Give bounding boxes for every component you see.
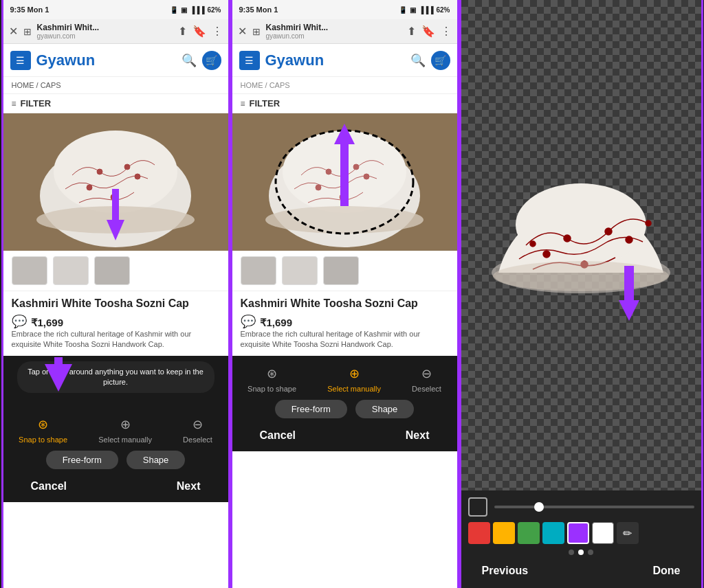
cancel-btn-1[interactable]: Cancel xyxy=(31,480,67,493)
status-icons-2: 📱 ▣ ▐▐▐ 62% xyxy=(399,6,450,14)
right-bottom-controls: ✏ Previous Done xyxy=(461,490,701,588)
previous-btn[interactable]: Previous xyxy=(482,565,529,577)
result-cap-svg xyxy=(478,163,684,328)
thumb-1[interactable] xyxy=(12,256,47,285)
dot-1 xyxy=(569,550,574,555)
svg-point-32 xyxy=(530,241,536,247)
deselect-tool-1[interactable]: ⊖ Deselect xyxy=(183,415,212,444)
battery-icon-2: 62% xyxy=(436,6,450,14)
more-icon-2[interactable]: ⋮ xyxy=(441,25,452,38)
opacity-slider[interactable] xyxy=(494,506,694,508)
browser-bar-2: ✕ ⊞ Kashmiri Whit... gyawun.com ⬆ 🔖 ⋮ xyxy=(232,19,457,44)
whatsapp-icon-2: 💬 xyxy=(241,314,256,329)
select-manually-tool-2[interactable]: ⊕ Select manually xyxy=(327,364,381,393)
svg-point-33 xyxy=(646,220,651,226)
close-tab-icon-2[interactable]: ✕ xyxy=(238,25,247,38)
color-yellow[interactable] xyxy=(493,522,515,544)
shape-btn-2[interactable]: Shape xyxy=(355,400,415,418)
thumb-5[interactable] xyxy=(282,256,318,285)
done-btn[interactable]: Done xyxy=(653,565,681,577)
next-btn-1[interactable]: Next xyxy=(177,480,201,493)
share-icon[interactable]: ⬆ xyxy=(178,25,187,38)
snap-to-shape-tool-2[interactable]: ⊛ Snap to shape xyxy=(248,364,296,393)
svg-point-6 xyxy=(135,174,140,179)
select-label-1: Select manually xyxy=(98,436,152,444)
action-row-1: Cancel Next xyxy=(3,473,228,499)
slider-thumb[interactable] xyxy=(534,502,544,512)
svg-rect-24 xyxy=(340,144,349,206)
product-desc-1: Embrace the rich cultural heritage of Ka… xyxy=(12,329,220,350)
product-info-2: Kashmiri White Toosha Sozni Cap 💬 ₹1,699… xyxy=(232,291,457,356)
right-panel: ✏ Previous Done xyxy=(459,0,703,588)
thumb-3[interactable] xyxy=(94,256,130,285)
cart-button-1[interactable]: 🛒 xyxy=(202,51,221,70)
svg-rect-36 xyxy=(624,266,634,304)
notif-icon-2: 📱 xyxy=(399,6,407,14)
snap-label-1: Snap to shape xyxy=(19,436,67,444)
time-1: 9:35 Mon 1 xyxy=(10,5,50,14)
product-info-1: Kashmiri White Toosha Sozni Cap 💬 ₹1,699… xyxy=(3,291,228,356)
deselect-icon-2: ⊖ xyxy=(417,364,436,383)
breadcrumb-2: HOME / CAPS xyxy=(232,77,457,94)
thumb-6[interactable] xyxy=(323,256,359,285)
browser-bar-1: ✕ ⊞ Kashmiri Whit... gyawun.com ⬆ 🔖 ⋮ xyxy=(3,19,228,44)
close-tab-icon[interactable]: ✕ xyxy=(9,25,18,38)
share-icon-2[interactable]: ⬆ xyxy=(407,25,416,38)
bookmark-icon-2[interactable]: 🔖 xyxy=(421,25,435,38)
color-red[interactable] xyxy=(468,522,490,544)
site-title-area: Kashmiri Whit... gyawun.com xyxy=(37,23,173,40)
color-teal[interactable] xyxy=(542,522,564,544)
tab-switch-icon[interactable]: ⊞ xyxy=(23,26,32,37)
select-icon-2: ⊕ xyxy=(344,364,364,383)
search-icon-1[interactable]: 🔍 xyxy=(182,53,197,68)
bookmark-icon[interactable]: 🔖 xyxy=(192,25,206,38)
dots-row xyxy=(468,550,694,555)
action-row-2: Cancel Next xyxy=(232,422,457,449)
more-icon[interactable]: ⋮ xyxy=(212,25,223,38)
shape-btn-1[interactable]: Shape xyxy=(126,451,186,469)
battery-icon: 62% xyxy=(207,6,221,14)
snap-to-shape-tool-1[interactable]: ⊛ Snap to shape xyxy=(19,415,67,444)
deselect-tool-2[interactable]: ⊖ Deselect xyxy=(412,364,441,393)
bottom-toolbar-2: ⊛ Snap to shape ⊕ Select manually ⊖ Dese… xyxy=(232,356,457,451)
color-green[interactable] xyxy=(518,522,540,544)
product-title-2: Kashmiri White Toosha Sozni Cap xyxy=(241,297,449,311)
snap-label-2: Snap to shape xyxy=(248,385,296,393)
filter-bar-2[interactable]: ≡ FILTER xyxy=(232,94,457,113)
snap-icon-2: ⊛ xyxy=(263,364,282,383)
product-image-2 xyxy=(232,113,457,251)
search-icon-2[interactable]: 🔍 xyxy=(410,53,426,68)
menu-button-2[interactable]: ☰ xyxy=(239,51,260,70)
thumb-4[interactable] xyxy=(241,256,276,285)
svg-point-27 xyxy=(564,235,571,242)
shape-row-2: Free-form Shape xyxy=(232,396,457,422)
color-purple[interactable] xyxy=(567,522,589,544)
wifi-icon-2: ▣ xyxy=(410,6,416,14)
whatsapp-icon-1: 💬 xyxy=(12,314,27,329)
svg-point-3 xyxy=(97,169,102,174)
freeform-btn-2[interactable]: Free-form xyxy=(275,400,347,418)
purple-arrow-1 xyxy=(38,357,79,392)
svg-rect-10 xyxy=(112,189,119,223)
site-title: Kashmiri Whit... xyxy=(37,23,173,32)
cancel-btn-2[interactable]: Cancel xyxy=(260,429,296,442)
next-btn-2[interactable]: Next xyxy=(406,429,430,442)
select-icon-1: ⊕ xyxy=(116,415,135,434)
site-url: gyawun.com xyxy=(37,32,173,40)
result-image-area xyxy=(461,0,701,490)
pencil-icon[interactable]: ✏ xyxy=(617,522,639,544)
cart-button-2[interactable]: 🛒 xyxy=(431,51,450,70)
menu-button-1[interactable]: ☰ xyxy=(10,51,31,70)
panel-2: 9:35 Mon 1 📱 ▣ ▐▐▐ 62% ✕ ⊞ Kashmiri Whit… xyxy=(230,0,459,588)
color-white[interactable] xyxy=(592,522,614,544)
whatsapp-row-2: 💬 ₹1,699 xyxy=(241,314,449,329)
thumbnail-row-1 xyxy=(3,251,228,291)
shape-row-1: Free-form Shape xyxy=(3,446,228,473)
thumb-2[interactable] xyxy=(53,256,89,285)
select-manually-tool-1[interactable]: ⊕ Select manually xyxy=(98,415,152,444)
filter-bar-1[interactable]: ≡ FILTER xyxy=(3,94,228,113)
panel-1: 9:35 Mon 1 📱 ▣ ▐▐▐ 62% ✕ ⊞ Kashmiri Whit… xyxy=(1,0,230,588)
status-bar-2: 9:35 Mon 1 📱 ▣ ▐▐▐ 62% xyxy=(232,0,457,19)
tab-switch-icon-2[interactable]: ⊞ xyxy=(252,26,261,37)
freeform-btn-1[interactable]: Free-form xyxy=(46,451,118,469)
